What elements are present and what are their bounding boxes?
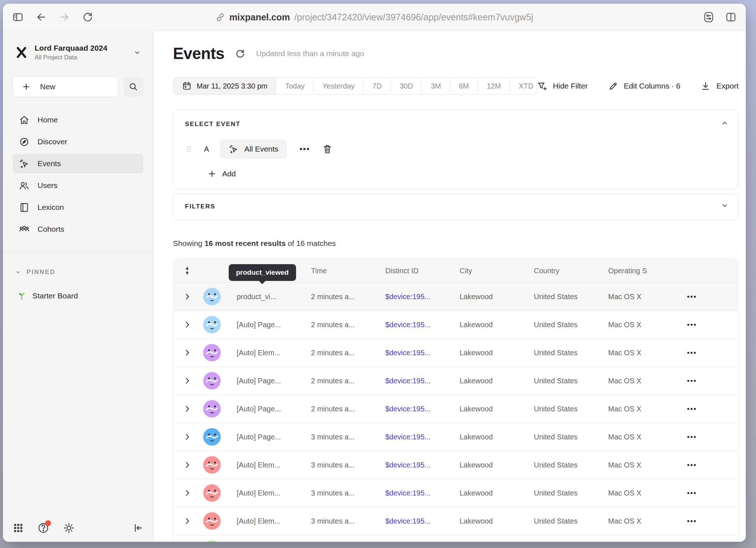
sidebar-item-events[interactable]: Events: [13, 154, 143, 173]
preset-yesterday[interactable]: Yesterday: [314, 78, 364, 94]
expand-row-chevron-icon[interactable]: [173, 517, 201, 525]
table-row[interactable]: [Auto] Elem... 4 minutes a... $device:19…: [173, 535, 738, 542]
expand-row-chevron-icon[interactable]: [173, 405, 201, 413]
collapse-all-rows-icon[interactable]: [173, 266, 201, 275]
preset-30d[interactable]: 30D: [391, 78, 422, 94]
expand-row-chevron-icon[interactable]: [173, 321, 201, 329]
apps-grid-icon[interactable]: [13, 522, 24, 533]
date-range-current[interactable]: Mar 11, 2025 3:30 pm: [173, 78, 276, 94]
country-cell: United States: [534, 293, 608, 301]
page-settings-icon[interactable]: [703, 11, 714, 23]
time-cell: 3 minutes a...: [311, 461, 385, 469]
distinct-id-link[interactable]: $device:195...: [385, 349, 460, 357]
table-row[interactable]: [Auto] Elem... 3 minutes a... $device:19…: [173, 479, 738, 507]
search-button[interactable]: [123, 77, 143, 97]
row-more-button[interactable]: •••: [670, 321, 714, 329]
distinct-id-link[interactable]: $device:195...: [385, 433, 460, 441]
column-header-os[interactable]: Operating S: [608, 267, 670, 275]
sidebar-item-users[interactable]: Users: [13, 176, 143, 195]
country-cell: United States: [534, 377, 608, 385]
distinct-id-link[interactable]: $device:195...: [385, 461, 460, 469]
distinct-id-link[interactable]: $device:195...: [385, 377, 460, 385]
home-icon: [19, 114, 29, 125]
event-name-cell: [Auto] Page...: [237, 321, 311, 329]
search-icon: [129, 82, 138, 91]
browser-sidebar-toggle-icon[interactable]: [12, 12, 23, 23]
pinned-section-header[interactable]: PINNED: [13, 269, 143, 276]
url-bar[interactable]: mixpanel.com/project/3472420/view/397469…: [216, 12, 533, 23]
preset-6m[interactable]: 6M: [450, 78, 478, 94]
forward-button-icon[interactable]: [59, 12, 70, 23]
drag-handle-icon[interactable]: [185, 144, 193, 154]
column-header-city[interactable]: City: [460, 267, 534, 275]
row-more-button[interactable]: •••: [670, 489, 714, 497]
preset-today[interactable]: Today: [276, 78, 314, 94]
workspace-switcher[interactable]: Lord Farquaad 2024 All Project Data: [13, 44, 143, 61]
column-header-distinct-id[interactable]: Distinct ID: [385, 267, 460, 275]
distinct-id-link[interactable]: $device:195...: [385, 405, 460, 413]
sidebar-item-label: Discover: [38, 137, 67, 146]
expand-row-chevron-icon[interactable]: [173, 349, 201, 357]
event-avatar: [203, 456, 221, 474]
split-view-icon[interactable]: [725, 12, 736, 23]
sidebar-item-home[interactable]: Home: [13, 110, 143, 130]
sidebar-item-lexicon[interactable]: Lexicon: [13, 197, 143, 217]
distinct-id-link[interactable]: $device:195...: [385, 489, 460, 497]
table-row[interactable]: [Auto] Page... 2 minutes a... $device:19…: [173, 367, 738, 395]
pinned-item-starter-board[interactable]: Starter Board: [13, 291, 143, 301]
row-more-button[interactable]: •••: [670, 405, 714, 413]
table-row[interactable]: [Auto] Page... 2 minutes a... $device:19…: [173, 310, 738, 338]
row-more-button[interactable]: •••: [670, 461, 714, 469]
expand-row-chevron-icon[interactable]: [173, 489, 201, 497]
preset-7d[interactable]: 7D: [364, 78, 391, 94]
row-more-button[interactable]: •••: [670, 349, 714, 357]
collapse-sidebar-icon[interactable]: [133, 522, 143, 533]
table-row[interactable]: [Auto] Page... 3 minutes a... $device:19…: [173, 423, 738, 451]
expand-row-chevron-icon[interactable]: [173, 377, 201, 385]
back-button-icon[interactable]: [36, 12, 47, 23]
refresh-icon[interactable]: [235, 49, 245, 59]
sidebar-item-discover[interactable]: Discover: [13, 132, 143, 152]
distinct-id-link[interactable]: $device:195...: [385, 293, 460, 301]
trash-icon[interactable]: [322, 144, 332, 154]
distinct-id-link[interactable]: $device:195...: [385, 517, 460, 525]
column-header-country[interactable]: Country: [534, 267, 608, 275]
reload-button-icon[interactable]: [82, 12, 93, 23]
table-row[interactable]: [Auto] Elem... 3 minutes a... $device:19…: [173, 507, 738, 535]
event-avatar: [203, 372, 221, 390]
table-row[interactable]: [Auto] Elem... 3 minutes a... $device:19…: [173, 451, 738, 479]
expand-row-chevron-icon[interactable]: [173, 433, 201, 441]
date-range-value: Mar 11, 2025 3:30 pm: [197, 82, 267, 90]
row-more-button[interactable]: •••: [670, 377, 714, 385]
row-more-button[interactable]: •••: [670, 293, 714, 301]
edit-columns-button[interactable]: Edit Columns · 6: [608, 81, 680, 91]
preset-12m[interactable]: 12M: [478, 78, 510, 94]
table-row[interactable]: [Auto] Elem... 2 minutes a... $device:19…: [173, 338, 738, 367]
event-more-button[interactable]: •••: [296, 144, 313, 154]
results-summary: Showing 16 most recent results of 16 mat…: [173, 239, 739, 248]
distinct-id-link[interactable]: $device:195...: [385, 321, 460, 329]
hide-filter-button[interactable]: Hide Filter: [537, 81, 588, 91]
column-header-time[interactable]: Time: [311, 267, 385, 275]
export-button[interactable]: Export: [701, 81, 739, 91]
help-button[interactable]: [38, 522, 49, 534]
preset-xtd[interactable]: XTD: [510, 78, 538, 94]
event-row-letter: A: [202, 145, 210, 153]
preset-3m[interactable]: 3M: [422, 78, 450, 94]
event-selector-all-events[interactable]: All Events: [220, 140, 287, 158]
table-row[interactable]: [Auto] Page... 2 minutes a... $device:19…: [173, 395, 738, 423]
add-event-button[interactable]: Add: [208, 169, 727, 178]
table-row[interactable]: product_vi... 2 minutes a... $device:195…: [173, 282, 738, 310]
expand-panel-chevron-down-icon[interactable]: [721, 201, 729, 210]
collapse-panel-chevron-up-icon[interactable]: [721, 119, 729, 127]
expand-row-chevron-icon[interactable]: [173, 461, 201, 469]
settings-gear-icon[interactable]: [63, 522, 75, 534]
date-range-bar: Mar 11, 2025 3:30 pm Today Yesterday 7D …: [173, 77, 537, 95]
row-more-button[interactable]: •••: [670, 433, 714, 441]
expand-row-chevron-icon[interactable]: [173, 293, 201, 301]
sidebar-nav: Home Discover Events: [13, 110, 143, 239]
new-button[interactable]: New: [13, 77, 118, 97]
sidebar-item-cohorts[interactable]: Cohorts: [13, 219, 143, 239]
row-more-button[interactable]: •••: [670, 517, 714, 525]
compass-icon: [19, 136, 29, 147]
